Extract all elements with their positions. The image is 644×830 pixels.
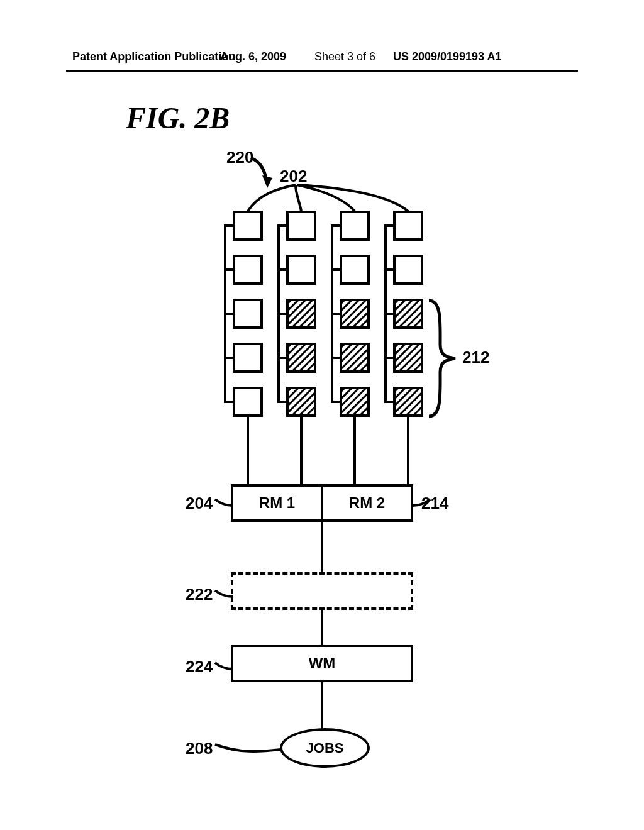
label-212: 212 (462, 348, 489, 367)
dashed-box-222 (231, 572, 413, 610)
stem-col-1 (247, 417, 249, 486)
node-c3-r3 (393, 343, 423, 373)
node-c0-r1 (233, 255, 263, 285)
node-c0-r0 (233, 211, 263, 241)
rm2-label: RM 2 (323, 494, 411, 512)
node-c2-r0 (340, 211, 370, 241)
link-dashed-wm (321, 610, 323, 645)
svg-rect-24 (396, 345, 421, 370)
leader-222 (214, 588, 235, 600)
node-c2-r2 (340, 299, 370, 329)
node-c3-r0 (393, 211, 423, 241)
stem-col-4 (407, 417, 409, 486)
node-c3-r1 (393, 255, 423, 285)
link-wm-jobs (321, 682, 323, 729)
jobs-ellipse: JOBS (280, 728, 370, 768)
col-side-stem-0 (224, 224, 226, 403)
svg-rect-15 (342, 345, 367, 370)
node-c2-r1 (340, 255, 370, 285)
node-c2-r3 (340, 343, 370, 373)
leader-214 (410, 497, 431, 509)
brace-212 (426, 296, 464, 421)
svg-rect-27 (396, 389, 421, 414)
svg-rect-9 (289, 389, 314, 414)
col-side-stem-2 (331, 224, 333, 403)
col-side-stem-1 (277, 224, 280, 403)
jobs-label: JOBS (306, 740, 344, 756)
header-number: US 2009/0199193 A1 (393, 50, 501, 64)
svg-rect-6 (289, 345, 314, 370)
label-204: 204 (186, 494, 213, 513)
node-c1-r0 (286, 211, 316, 241)
header-publication: Patent Application Publication (72, 50, 235, 64)
node-c3-r2 (393, 299, 423, 329)
leader-202 (239, 182, 434, 214)
svg-rect-12 (342, 301, 367, 326)
header-date: Aug. 6, 2009 (220, 50, 286, 64)
leader-204 (214, 497, 235, 509)
label-208: 208 (186, 739, 213, 758)
node-c0-r4 (233, 387, 263, 417)
node-c1-r4 (286, 387, 316, 417)
svg-rect-21 (396, 301, 421, 326)
label-224: 224 (186, 657, 213, 677)
leader-208 (214, 742, 283, 756)
label-222: 222 (186, 585, 213, 604)
node-c1-r1 (286, 255, 316, 285)
stem-col-3 (353, 417, 356, 486)
leader-224 (214, 660, 235, 673)
col-side-stem-3 (384, 224, 387, 403)
node-c1-r2 (286, 299, 316, 329)
figure-title: FIG. 2B (126, 101, 230, 135)
header-sheet: Sheet 3 of 6 (314, 50, 375, 64)
wm-label: WM (309, 655, 336, 672)
header-rule (66, 70, 578, 72)
link-rm-dashed (321, 522, 323, 572)
node-c0-r2 (233, 299, 263, 329)
svg-rect-18 (342, 389, 367, 414)
svg-rect-3 (289, 301, 314, 326)
node-c3-r4 (393, 387, 423, 417)
wm-block: WM (231, 645, 413, 682)
node-c1-r3 (286, 343, 316, 373)
rm1-label: RM 1 (233, 494, 321, 512)
node-c2-r4 (340, 387, 370, 417)
rm-block: RM 1 RM 2 (231, 484, 413, 522)
stem-col-2 (300, 417, 303, 486)
node-c0-r3 (233, 343, 263, 373)
